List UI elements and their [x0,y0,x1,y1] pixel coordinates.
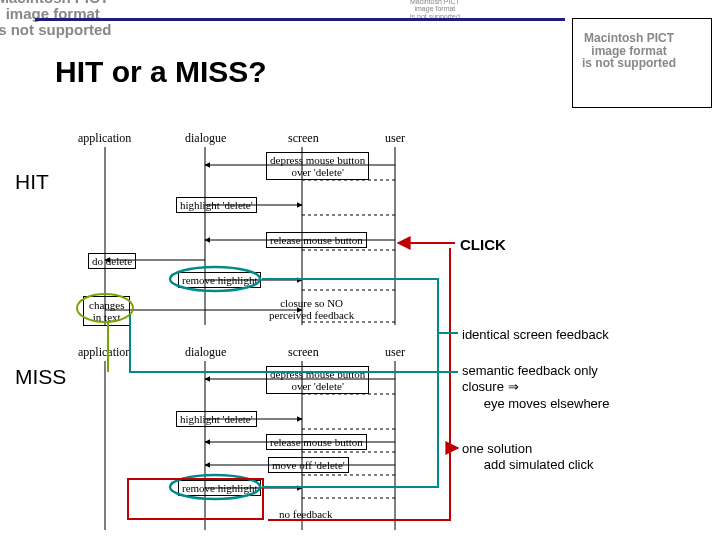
svg-point-31 [170,267,260,291]
diagram-svg [0,0,720,540]
